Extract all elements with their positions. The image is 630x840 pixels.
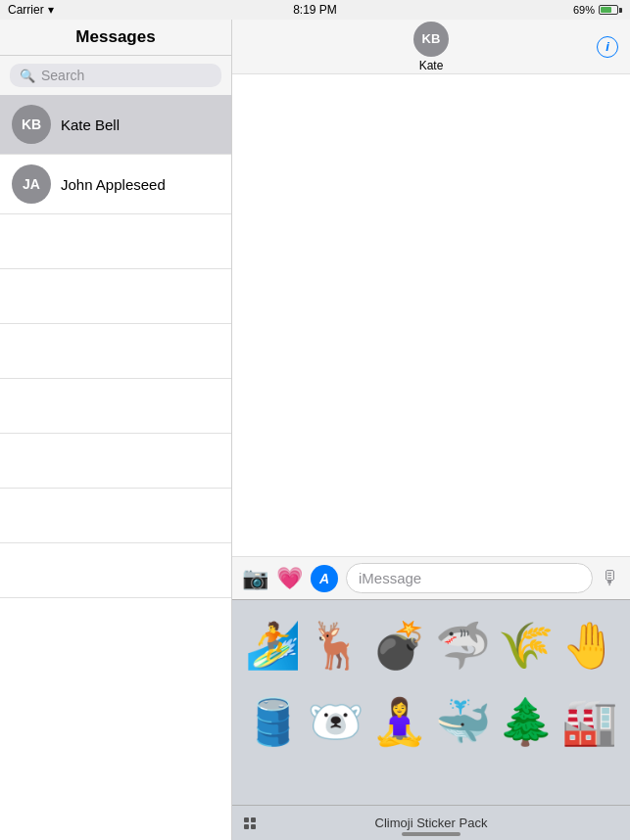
sticker-panel: 🏄 🦌 💣 🦈 🌾 🤚 🛢️ 🐻‍❄️ 🧘‍♀️ 🐳 🌲 🏭 [232, 599, 630, 805]
contact-info: KB Kate [413, 22, 449, 72]
search-container: 🔍 Search [0, 56, 231, 95]
sticker-woman-bamboo[interactable]: 🧘‍♀️ [370, 686, 428, 757]
status-bar: Carrier ▾ 8:19 PM 69% [0, 0, 630, 20]
status-bar-time: 8:19 PM [293, 3, 337, 17]
sidebar-header: Messages [0, 20, 231, 56]
status-bar-right: 69% [573, 4, 622, 16]
list-item [0, 324, 231, 379]
contact-avatar: KB [413, 22, 449, 57]
search-bar[interactable]: 🔍 Search [10, 64, 221, 87]
bottom-bar: Climoji Sticker Pack [232, 805, 630, 840]
sticker-deer-bat[interactable]: 🦌 [308, 610, 365, 680]
message-area [232, 74, 630, 556]
list-item [0, 214, 231, 269]
right-panel-header: KB Kate i [232, 20, 630, 74]
list-item [0, 269, 231, 324]
carrier-label: Carrier [8, 3, 44, 17]
list-item [0, 434, 231, 489]
wifi-icon: ▾ [48, 3, 54, 17]
sticker-factory[interactable]: 🏭 [560, 686, 618, 757]
conversation-list: KB Kate Bell JA John Appleseed [0, 95, 231, 840]
camera-icon[interactable]: 📷 [242, 566, 268, 591]
battery-icon [599, 5, 622, 15]
heart-icon[interactable]: 💗 [276, 566, 303, 591]
sticker-whale[interactable]: 🐳 [434, 686, 492, 757]
list-item [0, 543, 231, 598]
message-input-bar: 📷 💗 A iMessage 🎙 [232, 556, 630, 599]
sticker-barrel-skull[interactable]: 🛢️ [244, 686, 302, 757]
right-panel: KB Kate i 📷 💗 A iMessage 🎙 🏄 🦌 💣 [232, 20, 630, 840]
avatar-kb: KB [12, 105, 51, 144]
message-input[interactable]: iMessage [346, 563, 593, 593]
sidebar-title: Messages [75, 27, 155, 46]
list-item [0, 379, 231, 434]
sticker-polar-bear[interactable]: 🐻‍❄️ [308, 686, 365, 757]
sticker-dead-tree[interactable]: 🌾 [498, 610, 556, 680]
conversation-item-john-appleseed[interactable]: JA John Appleseed [0, 155, 231, 214]
sticker-wave-surfer[interactable]: 🏄 [244, 610, 302, 680]
sidebar: Messages 🔍 Search KB Kate Bell JA John A… [0, 20, 232, 840]
conversation-item-kate-bell[interactable]: KB Kate Bell [0, 95, 231, 155]
app-store-icon[interactable]: A [311, 565, 338, 592]
list-item [0, 489, 231, 543]
search-icon: 🔍 [20, 69, 35, 83]
sticker-pack-title: Climoji Sticker Pack [375, 816, 488, 830]
status-bar-left: Carrier ▾ [8, 3, 54, 17]
sticker-hand-water[interactable]: 🤚 [560, 610, 618, 680]
search-placeholder: Search [41, 68, 84, 83]
avatar-ja: JA [12, 164, 51, 204]
sticker-fire-tree[interactable]: 🌲 [498, 686, 556, 757]
contact-name: Kate [419, 59, 444, 72]
scroll-indicator [402, 832, 460, 836]
main-layout: Messages 🔍 Search KB Kate Bell JA John A… [0, 20, 630, 840]
conv-name-kate-bell: Kate Bell [61, 117, 120, 133]
battery-percentage: 69% [573, 4, 595, 16]
sticker-shark[interactable]: 🦈 [434, 610, 492, 680]
grid-icon[interactable] [244, 817, 256, 829]
info-button[interactable]: i [597, 36, 618, 58]
sticker-grid: 🏄 🦌 💣 🦈 🌾 🤚 🛢️ 🐻‍❄️ 🧘‍♀️ 🐳 🌲 🏭 [232, 600, 630, 767]
message-placeholder: iMessage [359, 570, 421, 586]
microphone-icon[interactable]: 🎙 [601, 567, 620, 589]
conv-name-john-appleseed: John Appleseed [61, 176, 166, 193]
sticker-bomb-house[interactable]: 💣 [370, 610, 428, 680]
